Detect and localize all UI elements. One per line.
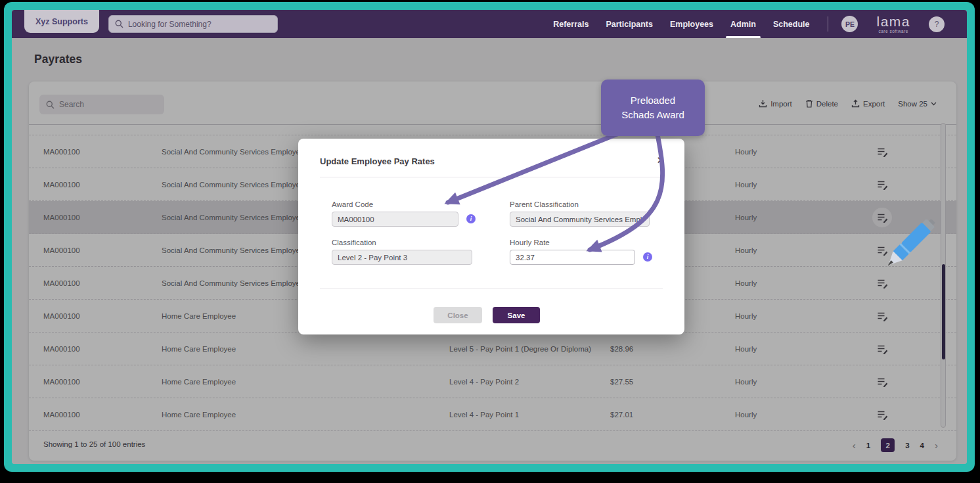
award-code-label: Award Code <box>332 200 373 208</box>
avatar[interactable]: PE <box>841 16 858 32</box>
main-content: Payrates Search Import Delete Export <box>12 38 967 464</box>
parent-classification-label: Parent Classification <box>510 200 579 208</box>
modal-divider-bottom <box>320 288 663 288</box>
brand-logo-word: lama <box>876 14 910 28</box>
nav-participants[interactable]: Participants <box>606 10 653 38</box>
modal-divider-top <box>320 177 663 177</box>
hourly-rate-field[interactable] <box>510 250 635 265</box>
save-button[interactable]: Save <box>493 307 540 323</box>
nav-referrals[interactable]: Referrals <box>553 10 589 38</box>
help-button[interactable]: ? <box>929 16 945 32</box>
info-icon[interactable]: i <box>643 252 652 262</box>
brand-logo-subtext: care software <box>876 29 910 34</box>
modal-title: Update Employee Pay Rates <box>320 156 435 166</box>
callout-line1: Preloaded <box>631 93 675 108</box>
classification-field <box>332 250 472 265</box>
nav-admin[interactable]: Admin <box>730 10 756 38</box>
close-icon[interactable]: ✕ <box>656 154 665 166</box>
main-nav: Referrals Participants Employees Admin S… <box>553 10 809 38</box>
parent-classification-field <box>510 212 650 227</box>
brand-logo: lama care software <box>876 14 910 34</box>
app-header: Xyz Supports Looking for Something? Refe… <box>12 10 967 38</box>
update-pay-rates-modal: Update Employee Pay Rates ✕ Award Code i… <box>298 139 684 334</box>
app-window: Xyz Supports Looking for Something? Refe… <box>12 10 967 464</box>
search-icon <box>115 20 123 28</box>
nav-employees[interactable]: Employees <box>670 10 713 38</box>
close-button[interactable]: Close <box>434 307 482 323</box>
callout-box: Preloaded Schads Award <box>601 80 705 136</box>
header-divider <box>828 16 828 32</box>
award-code-field <box>332 212 458 227</box>
nav-schedule[interactable]: Schedule <box>773 10 810 38</box>
global-search-input[interactable]: Looking for Something? <box>108 15 278 33</box>
screenshot-teal-frame: Xyz Supports Looking for Something? Refe… <box>4 2 975 472</box>
info-icon[interactable]: i <box>466 214 476 223</box>
org-tab[interactable]: Xyz Supports <box>24 10 99 33</box>
global-search-placeholder: Looking for Something? <box>128 20 212 29</box>
org-tab-label: Xyz Supports <box>35 17 88 26</box>
hourly-rate-label: Hourly Rate <box>510 239 550 246</box>
classification-label: Classification <box>332 239 376 246</box>
callout-line2: Schads Award <box>621 108 684 122</box>
